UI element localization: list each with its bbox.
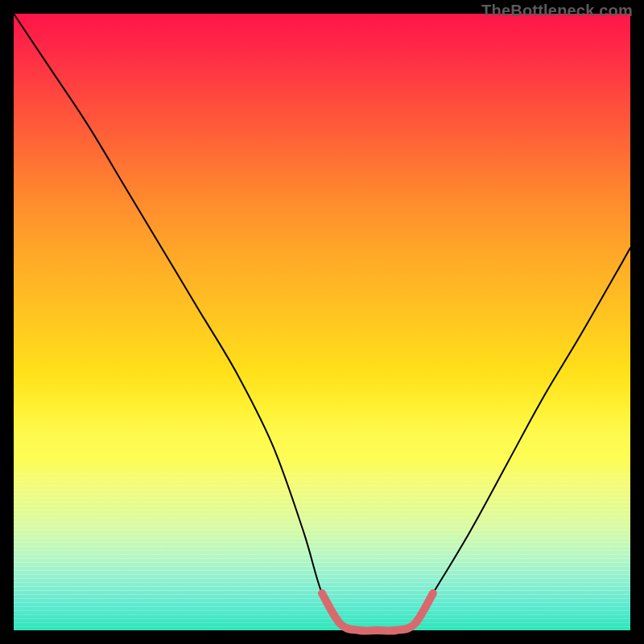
plot-area — [14, 14, 630, 630]
chart-frame: TheBottleneck.com — [0, 0, 644, 644]
bottleneck-curve-svg — [14, 14, 630, 630]
watermark-text: TheBottleneck.com — [481, 2, 633, 20]
bottleneck-curve-line — [14, 14, 630, 631]
bottleneck-curve-highlight — [322, 593, 433, 631]
